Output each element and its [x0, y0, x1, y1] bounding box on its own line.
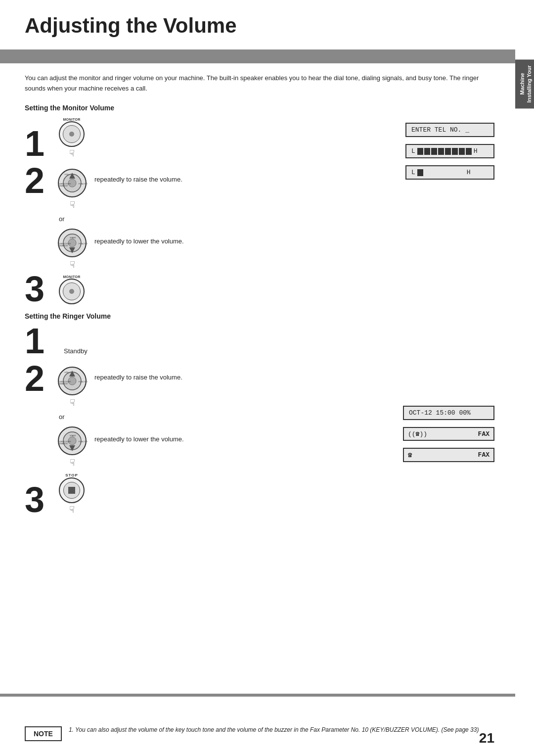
or-text-1: or [59, 215, 65, 223]
lcd-displays-ringer: OCT-12 15:00 00% ((☎)) FAX ☎ FAX [403, 406, 494, 462]
step2-monitor: 2 DIRECTORY SEARCH FUNCTION ↑VOL [25, 166, 494, 270]
lcd-vol-high-H: H [474, 147, 478, 155]
svg-text:↑VOL: ↑VOL [64, 173, 69, 176]
note-box: NOTE [25, 726, 62, 741]
hand-cursor-r2up: ☟ [70, 397, 75, 408]
step3-icon-wrap: MONITOR [59, 275, 85, 304]
vol-bars-full [417, 148, 472, 155]
main-content: Setting the Monitor Volume 1 MONITOR ☟ 2 [25, 104, 494, 692]
svg-text:SEARCH: SEARCH [59, 442, 68, 445]
lcd-fax-ring-right: FAX [478, 430, 490, 438]
lcd-standby-text: OCT-12 15:00 00% [409, 409, 471, 417]
svg-text:FUNCTION: FUNCTION [79, 242, 88, 245]
nav-ring-up[interactable]: DIRECTORY SEARCH FUNCTION ↑VOL [57, 168, 88, 198]
step3-stop-icon-wrap: STOP ☟ [59, 473, 85, 515]
step2r-up-icon: DIRECTORY SEARCH FUNCTION ↑VOL ☟ [57, 366, 88, 408]
hand-cursor-stop: ☟ [69, 504, 75, 515]
top-bar [0, 49, 515, 63]
bar3 [431, 148, 437, 155]
step2-lower-text: repeatedly to lower the volume. [94, 236, 184, 247]
monitor-label-3: MONITOR [63, 275, 80, 279]
hand-cursor-1: ☟ [69, 148, 75, 159]
svg-text:START: START [70, 236, 76, 239]
section1-heading: Setting the Monitor Volume [25, 104, 494, 112]
step2-number: 2 [25, 166, 57, 196]
lcd-vol-low-H: H [467, 169, 471, 176]
lcd-fax-ring: ((☎)) FAX [403, 427, 494, 441]
note-section: NOTE 1. You can also adjust the volume o… [25, 725, 494, 741]
svg-text:SEARCH: SEARCH [59, 185, 68, 187]
step2r-row: 2 DIRECTORY SEARCH FUNCTION ↑VOL ☟ repea… [25, 364, 494, 408]
step2-down-row: DIRECTORY SEARCH FUNCTION START ☟ repeat… [57, 228, 494, 270]
lcd-enter-tel-text: ENTER TEL NO. _ [411, 126, 469, 134]
hand-cursor-r2down: ☟ [70, 457, 75, 468]
page-number: 21 [479, 730, 494, 746]
sidebar-label-line1: Installing Your [526, 65, 532, 102]
step1r-text: Standby [64, 346, 88, 357]
step2r-raise-text: repeatedly to raise the volume. [94, 373, 182, 383]
lcd-vol-low: L H [405, 165, 494, 180]
monitor-button-1[interactable] [59, 121, 85, 147]
svg-text:↑VOL: ↑VOL [64, 371, 69, 374]
lcd-vol-low-L: L [411, 169, 415, 176]
bar8 [466, 148, 472, 155]
section-monitor-volume: Setting the Monitor Volume 1 MONITOR ☟ 2 [25, 104, 494, 515]
bar5 [445, 148, 451, 155]
or-row: or [57, 212, 494, 226]
step2-raise-text: repeatedly to raise the volume. [94, 175, 182, 185]
lcd-displays-monitor: ENTER TEL NO. _ L H L [405, 123, 494, 180]
hand-cursor-2up: ☟ [70, 199, 75, 210]
lcd-enter-tel: ENTER TEL NO. _ [405, 123, 494, 137]
bottom-bar [0, 694, 515, 697]
step3-stop: 3 STOP ☟ [25, 473, 494, 515]
step2-up-icon: DIRECTORY SEARCH FUNCTION ↑VOL ☟ [57, 168, 88, 210]
sidebar-label-line2: Machine [519, 73, 525, 95]
stop-button[interactable] [59, 477, 85, 503]
intro-text: You can adjust the monitor and ringer vo… [25, 73, 494, 94]
step2-down-icon: DIRECTORY SEARCH FUNCTION START ☟ [57, 228, 88, 270]
lcd-fax-phone-left: ☎ [408, 451, 412, 459]
bar4 [438, 148, 444, 155]
nav-ring-down[interactable]: DIRECTORY SEARCH FUNCTION START [57, 228, 88, 258]
svg-text:FUNCTION: FUNCTION [79, 183, 88, 185]
svg-text:FUNCTION: FUNCTION [79, 380, 88, 383]
lcd-standby: OCT-12 15:00 00% [403, 406, 494, 420]
monitor-button-3[interactable] [59, 279, 85, 304]
step2r-number: 2 [25, 364, 57, 394]
nav-ring-ringer-up[interactable]: DIRECTORY SEARCH FUNCTION ↑VOL [57, 366, 88, 396]
step1-number: 1 [25, 129, 57, 159]
nav-ring-ringer-down[interactable]: DIRECTORY SEARCH FUNCTION START [57, 425, 88, 456]
step3-monitor: 3 MONITOR [25, 274, 494, 304]
bar2 [424, 148, 430, 155]
hand-cursor-2down: ☟ [70, 259, 75, 270]
svg-text:START: START [70, 434, 76, 437]
bar6 [452, 148, 458, 155]
step3s-number: 3 [25, 485, 57, 515]
lcd-fax-ring-left: ((☎)) [408, 430, 427, 438]
bar1 [417, 148, 423, 155]
lcd-vol-high: L H [405, 144, 494, 158]
stop-label: STOP [65, 473, 78, 477]
svg-text:SEARCH: SEARCH [59, 382, 68, 385]
step1r-number: 1 [25, 326, 57, 356]
step1-icon-wrap: MONITOR ☟ [59, 118, 85, 159]
step3-number: 3 [25, 274, 57, 304]
lcd-vol-high-L: L [411, 147, 415, 155]
stop-square-icon [68, 487, 75, 494]
note-text: 1. You can also adjust the volume of the… [69, 725, 479, 735]
vol-bars-partial [417, 169, 465, 176]
svg-text:SEARCH: SEARCH [59, 244, 68, 247]
lcd-fax-phone: ☎ FAX [403, 448, 494, 462]
step2r-lower-text: repeatedly to lower the volume. [94, 434, 184, 445]
lcd-fax-phone-right: FAX [478, 451, 490, 459]
or-text-2: or [59, 413, 65, 421]
step2r-down-icon: DIRECTORY SEARCH FUNCTION START ☟ [57, 425, 88, 468]
monitor-label-1: MONITOR [63, 118, 80, 121]
bar7 [459, 148, 465, 155]
svg-text:FUNCTION: FUNCTION [79, 440, 88, 443]
bar-p1 [417, 169, 423, 176]
page-title: Adjusting the Volume [25, 14, 237, 38]
step1-ringer: 1 Standby [25, 326, 494, 357]
sidebar-tab: Machine Installing Your [515, 59, 534, 108]
section2-heading: Setting the Ringer Volume [25, 312, 494, 320]
